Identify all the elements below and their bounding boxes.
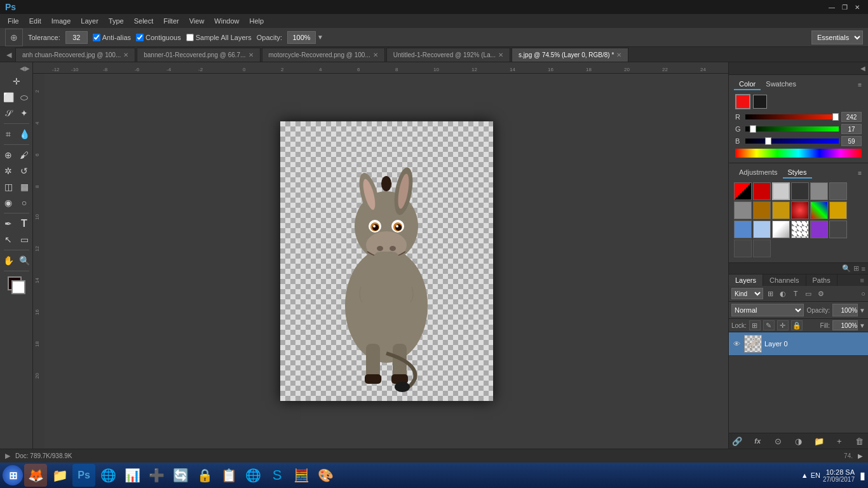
taskbar-explorer[interactable]: 📁 bbox=[48, 464, 71, 487]
tab-4[interactable]: s.jpg @ 74.5% (Layer 0, RGB/8) * ✕ bbox=[512, 48, 628, 62]
canvas-container[interactable] bbox=[44, 74, 728, 449]
shape-tool[interactable]: ▭ bbox=[17, 232, 32, 247]
path-select-tool[interactable]: ↖ bbox=[1, 232, 16, 247]
taskbar-firefox[interactable]: 🦊 bbox=[24, 464, 47, 487]
opacity-value-input[interactable] bbox=[832, 304, 858, 316]
style-medium[interactable] bbox=[810, 182, 828, 200]
close-button[interactable]: ✕ bbox=[851, 2, 863, 12]
lang-indicator[interactable]: EN bbox=[811, 471, 820, 479]
layer-group-btn[interactable]: 📁 bbox=[813, 435, 825, 447]
menu-view[interactable]: View bbox=[184, 16, 210, 26]
clone-tool[interactable]: ✲ bbox=[1, 163, 16, 179]
restore-button[interactable]: ❐ bbox=[839, 2, 850, 12]
layer-filter-shape[interactable]: ▭ bbox=[803, 288, 814, 299]
menu-edit[interactable]: Edit bbox=[24, 16, 46, 26]
menu-type[interactable]: Type bbox=[104, 16, 129, 26]
color-spectrum[interactable] bbox=[735, 149, 862, 158]
tool-options-icon[interactable]: ⊕ bbox=[5, 29, 23, 46]
tab-adjustments[interactable]: Adjustments bbox=[734, 167, 783, 179]
taskbar-app3[interactable]: 🔄 bbox=[169, 464, 192, 487]
style-orange[interactable] bbox=[753, 201, 771, 219]
tab-0-close[interactable]: ✕ bbox=[123, 51, 128, 58]
tabs-scroll-left[interactable]: ◀ bbox=[3, 48, 15, 62]
taskbar-app6[interactable]: 🌐 bbox=[241, 464, 264, 487]
style-gray2[interactable] bbox=[734, 201, 752, 219]
style-yellow[interactable] bbox=[829, 201, 847, 219]
lock-paint-btn[interactable]: ✎ bbox=[763, 320, 775, 330]
color-panel-menu[interactable]: ≡ bbox=[857, 80, 863, 90]
zoom-tool[interactable]: 🔍 bbox=[17, 253, 32, 268]
layer-delete-btn[interactable]: 🗑 bbox=[854, 435, 865, 447]
layer-adjust-btn[interactable]: ◑ bbox=[792, 435, 804, 447]
ellipse-select-tool[interactable]: ⬭ bbox=[17, 90, 32, 105]
show-desktop-btn[interactable]: ▮ bbox=[860, 470, 865, 482]
style-empty-2[interactable] bbox=[753, 240, 771, 257]
tab-1[interactable]: banner-01-Recovered.png @ 66.7... ✕ bbox=[137, 48, 260, 62]
gradient-tool[interactable]: ▦ bbox=[17, 179, 32, 194]
start-button[interactable]: ⊞ bbox=[3, 465, 23, 485]
magic-wand-tool[interactable]: ✦ bbox=[17, 105, 32, 121]
lock-pixels-btn[interactable]: ⊞ bbox=[749, 320, 761, 330]
menu-help[interactable]: Help bbox=[244, 16, 269, 26]
bg-color-swatch[interactable] bbox=[753, 95, 767, 109]
g-thumb[interactable] bbox=[750, 125, 756, 133]
layer-visibility-eye[interactable]: 👁 bbox=[731, 339, 742, 349]
tab-swatches[interactable]: Swatches bbox=[761, 79, 801, 90]
style-dark2[interactable] bbox=[829, 182, 847, 200]
system-tray-arrow[interactable]: ▲ bbox=[801, 471, 808, 479]
tab-styles[interactable]: Styles bbox=[783, 167, 812, 179]
lock-position-btn[interactable]: ✛ bbox=[777, 320, 789, 330]
tab-1-close[interactable]: ✕ bbox=[248, 51, 254, 58]
tab-2-close[interactable]: ✕ bbox=[373, 51, 378, 58]
menu-file[interactable]: File bbox=[3, 16, 24, 26]
healing-tool[interactable]: ⊕ bbox=[1, 147, 16, 163]
layer-filter-pixel[interactable]: ⊞ bbox=[764, 288, 776, 299]
minimize-button[interactable]: — bbox=[826, 2, 837, 12]
r-thumb[interactable] bbox=[832, 113, 839, 121]
panel-expand-btn[interactable]: ◀ bbox=[860, 65, 865, 72]
layer-mask-btn[interactable]: ⊙ bbox=[772, 435, 783, 447]
tab-4-close[interactable]: ✕ bbox=[616, 51, 621, 58]
essentials-select[interactable]: Essentials bbox=[811, 30, 863, 44]
fill-stepper[interactable]: ▼ bbox=[859, 322, 865, 329]
r-slider[interactable] bbox=[745, 114, 839, 119]
menu-window[interactable]: Window bbox=[209, 16, 244, 26]
menu-image[interactable]: Image bbox=[46, 16, 76, 26]
blur-tool[interactable]: ◉ bbox=[1, 195, 16, 210]
style-empty[interactable] bbox=[829, 220, 847, 238]
taskbar-calc[interactable]: 🧮 bbox=[290, 464, 313, 487]
layer-filter-adjust[interactable]: ◐ bbox=[777, 288, 789, 299]
menu-layer[interactable]: Layer bbox=[76, 16, 104, 26]
toolbar-collapse[interactable]: ◀▶ bbox=[20, 65, 30, 72]
opacity-input[interactable] bbox=[287, 31, 316, 44]
layers-menu-icon[interactable]: ≡ bbox=[862, 265, 865, 273]
crop-tool[interactable]: ⌗ bbox=[1, 126, 16, 142]
background-color[interactable] bbox=[11, 280, 25, 294]
sample-all-checkbox[interactable] bbox=[186, 34, 194, 41]
tab-layers[interactable]: Layers bbox=[729, 274, 763, 286]
layer-fx-btn[interactable]: fx bbox=[752, 435, 763, 447]
r-value-input[interactable] bbox=[841, 112, 862, 122]
layer-filter-smart[interactable]: ⚙ bbox=[815, 288, 827, 299]
layer-link-btn[interactable]: 🔗 bbox=[731, 435, 743, 447]
eraser-tool[interactable]: ◫ bbox=[1, 179, 16, 194]
kind-select[interactable]: Kind bbox=[731, 288, 763, 299]
tab-3[interactable]: Untitled-1-Recovered @ 192% (La... ✕ bbox=[386, 48, 510, 62]
opacity-stepper[interactable]: ▼ bbox=[859, 307, 865, 314]
taskbar-app4[interactable]: 🔒 bbox=[193, 464, 216, 487]
menu-select[interactable]: Select bbox=[129, 16, 159, 26]
style-dark[interactable] bbox=[791, 182, 809, 200]
g-slider[interactable] bbox=[745, 126, 839, 132]
taskbar-photoshop[interactable]: Ps bbox=[72, 464, 95, 487]
layers-panel-options[interactable]: ≡ bbox=[857, 274, 868, 286]
taskbar-skype[interactable]: S bbox=[266, 464, 288, 487]
style-slash[interactable] bbox=[734, 182, 752, 200]
taskbar-app5[interactable]: 📋 bbox=[217, 464, 240, 487]
tab-color[interactable]: Color bbox=[734, 79, 761, 90]
layers-search-icon[interactable]: 🔍 bbox=[842, 264, 851, 273]
layers-filter-icon[interactable]: ⊞ bbox=[853, 264, 859, 273]
style-red[interactable] bbox=[753, 182, 771, 200]
tab-2[interactable]: motorcycle-Recovered.png @ 100... ✕ bbox=[262, 48, 385, 62]
taskbar-chrome[interactable]: 🌐 bbox=[97, 464, 119, 487]
style-checker[interactable] bbox=[791, 220, 809, 238]
